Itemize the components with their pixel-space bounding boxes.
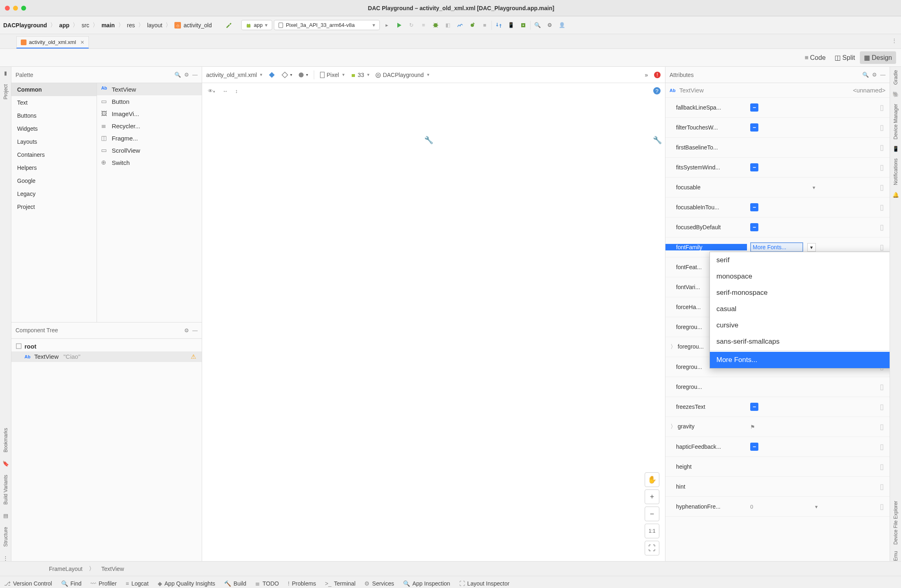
bool-badge[interactable]: − (750, 203, 758, 211)
emulator-tool[interactable]: Emu (893, 551, 899, 561)
sdk-manager-icon[interactable] (518, 20, 529, 31)
nightmode-icon[interactable]: ▾ (298, 72, 308, 78)
palette-category[interactable]: Google (11, 174, 97, 187)
bottom-tab[interactable]: ≡Logcat (126, 580, 148, 587)
zoom-reset-button[interactable]: 1:1 (645, 524, 659, 538)
pan-button[interactable]: ✋ (645, 472, 659, 487)
debug-button[interactable] (430, 20, 441, 31)
resize-icon[interactable]: ↔ (222, 88, 228, 94)
maximize-window[interactable] (21, 6, 26, 11)
attribute-row[interactable]: focusedByDefault−▯ (665, 217, 890, 237)
breadcrumb-3[interactable]: main (101, 22, 115, 29)
breadcrumb-2[interactable]: src (82, 22, 89, 29)
attribute-row[interactable]: filterTouchesW...−▯ (665, 118, 890, 138)
api-level[interactable]: 33 (350, 72, 370, 78)
breadcrumb-4[interactable]: res (127, 22, 135, 29)
palette-item[interactable]: AbTextView (97, 83, 202, 95)
canvas-surface[interactable]: 🔧 🔧 ✋ + − 1:1 ⛶ (202, 99, 665, 561)
dropdown-toggle[interactable]: ▾ (807, 243, 816, 252)
code-view-button[interactable]: ≡Code (800, 52, 830, 64)
bottom-tab[interactable]: 🔍Find (61, 580, 82, 587)
palette-category[interactable]: Legacy (11, 187, 97, 200)
attribute-row[interactable]: freezesText−▯ (665, 397, 890, 417)
zoom-in-button[interactable]: + (645, 489, 659, 504)
palette-category[interactable]: Project (11, 200, 97, 213)
bool-badge[interactable]: − (750, 123, 758, 132)
help-icon[interactable]: ? (653, 87, 661, 95)
project-tool[interactable]: Project (3, 84, 9, 99)
palette-item[interactable]: ◫Fragme... (97, 132, 202, 144)
stop-button[interactable]: ■ (479, 20, 490, 31)
attribute-row[interactable]: hint▯ (665, 477, 890, 497)
palette-category[interactable]: Helpers (11, 161, 97, 174)
theme-selector[interactable]: ◎DACPlayground (375, 71, 429, 79)
bottom-tab[interactable]: !Problems (288, 580, 316, 587)
device-manager-tool[interactable]: Device Manager (893, 104, 899, 139)
rotate-icon[interactable]: ↕ (235, 88, 238, 94)
design-view-button[interactable]: ▦Design (860, 51, 896, 64)
avatar-icon[interactable]: 👤 (557, 20, 567, 31)
minimize-icon[interactable]: — (880, 72, 886, 78)
bottom-tab[interactable]: ◆App Quality Insights (158, 580, 216, 587)
notifications-tool[interactable]: Notifications (893, 158, 899, 185)
bool-badge[interactable]: − (750, 403, 758, 411)
gear-icon[interactable]: ⚙ (184, 72, 189, 78)
error-badge[interactable]: ! (654, 71, 661, 79)
palette-category[interactable]: Layouts (11, 135, 97, 148)
font-option[interactable]: serif (710, 252, 890, 268)
minimize-icon[interactable]: — (192, 327, 198, 333)
attribute-row[interactable]: 〉gravity⚑▯ (665, 417, 890, 437)
font-family-input[interactable] (750, 242, 803, 252)
font-option[interactable]: serif-monospace (710, 285, 890, 301)
search-icon[interactable]: 🔍 (862, 72, 869, 78)
breadcrumb-0[interactable]: DACPlayground (3, 22, 47, 29)
font-option[interactable]: casual (710, 301, 890, 317)
attribute-row[interactable]: foregrou...▯ (665, 377, 890, 397)
git-update-icon[interactable] (493, 20, 504, 31)
bottom-tab[interactable]: >_Terminal (325, 580, 355, 587)
structure-tool[interactable]: Structure (3, 527, 9, 547)
device-selector[interactable]: Pixel_3a_API_33_arm64-v8a ▾ (274, 20, 380, 30)
warning-icon[interactable]: ⚠ (191, 353, 196, 360)
attribute-row[interactable]: focusable▾▯ (665, 178, 890, 197)
buildvariants-tool[interactable]: Build Variants (3, 475, 9, 505)
palette-category[interactable]: Widgets (11, 122, 97, 135)
bool-badge[interactable]: − (750, 223, 758, 231)
design-crumb-1[interactable]: TextView (101, 566, 124, 572)
zoom-fit-button[interactable]: ⛶ (645, 541, 659, 555)
attribute-row[interactable]: firstBaselineTo...▯ (665, 138, 890, 158)
minimize-icon[interactable]: — (192, 72, 198, 78)
palette-item[interactable]: ▭Button (97, 95, 202, 108)
surface-icon[interactable] (268, 71, 275, 79)
apply-code-icon[interactable]: ≡ (418, 20, 429, 31)
breadcrumb-1[interactable]: app (59, 22, 69, 29)
palette-category[interactable]: Buttons (11, 109, 97, 122)
split-view-button[interactable]: ◫Split (831, 51, 859, 64)
attribute-row[interactable]: hyphenationFre...0▾▯ (665, 497, 890, 517)
zoom-out-button[interactable]: − (645, 507, 659, 521)
font-option[interactable]: cursive (710, 317, 890, 333)
apply-changes-icon[interactable]: ↻ (406, 20, 416, 31)
attribute-row[interactable]: fallbackLineSpa...−▯ (665, 98, 890, 118)
chevron-down-icon[interactable]: ▾ (815, 504, 818, 510)
attribute-row[interactable]: hapticFeedback...−▯ (665, 437, 890, 457)
bool-badge[interactable]: − (750, 163, 758, 171)
bool-badge[interactable]: − (750, 103, 758, 112)
palette-item[interactable]: ⊕Switch (97, 156, 202, 169)
coverage-icon[interactable]: ◧ (443, 20, 453, 31)
close-window[interactable] (5, 6, 10, 11)
more-icon[interactable]: » (645, 72, 648, 78)
folder-icon[interactable]: ▮ (4, 70, 7, 76)
device-preview[interactable]: Pixel (320, 72, 344, 78)
palette-category[interactable]: Containers (11, 148, 97, 161)
gear-icon[interactable]: ⚙ (872, 72, 877, 78)
design-crumb-0[interactable]: FrameLayout (49, 566, 82, 572)
palette-category[interactable]: Text (11, 96, 97, 109)
tree-root[interactable]: root (11, 341, 202, 351)
gradle-tool[interactable]: Gradle (893, 70, 899, 85)
orientation-icon[interactable]: ▾ (281, 71, 292, 79)
search-icon[interactable]: 🔍 (532, 20, 543, 31)
attribute-row[interactable]: fitsSystemWind...−▯ (665, 158, 890, 178)
font-option[interactable]: monospace (710, 268, 890, 285)
attach-debugger-icon[interactable] (467, 20, 478, 31)
